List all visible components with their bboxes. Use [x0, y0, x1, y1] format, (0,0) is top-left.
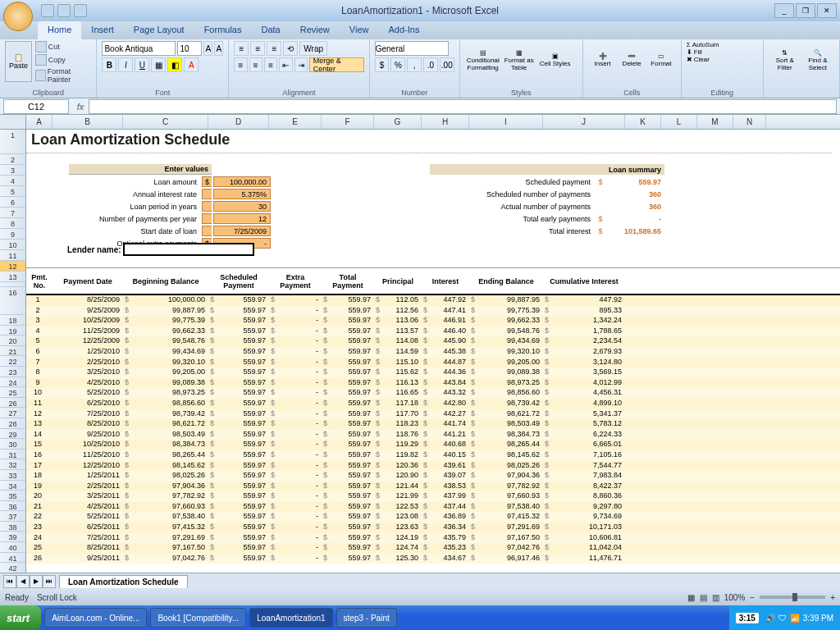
ribbon-tab-view[interactable]: View [340, 21, 379, 39]
row-header[interactable]: 10 [0, 240, 25, 250]
insert-cells-button[interactable]: ➕Insert [588, 41, 618, 79]
zoom-slider[interactable] [760, 596, 825, 599]
minimize-button[interactable]: _ [774, 3, 794, 18]
office-button[interactable] [3, 2, 33, 31]
row-header[interactable]: 22 [0, 356, 25, 367]
increase-decimal-button[interactable]: .0 [423, 57, 438, 72]
row-header[interactable]: 30 [0, 439, 25, 450]
row-header[interactable]: 6 [0, 197, 25, 208]
col-header-J[interactable]: J [543, 115, 625, 129]
ribbon-tab-add-ins[interactable]: Add-Ins [378, 21, 429, 39]
row-header[interactable]: 24 [0, 377, 25, 388]
taskbar-item[interactable]: LoanAmortization1 [249, 608, 332, 628]
zoom-level[interactable]: 100% [724, 593, 746, 602]
table-row[interactable]: 116/25/2010$98,856.60$559.97$-$559.97$11… [26, 399, 840, 409]
tray-icon[interactable]: 🛡 [778, 614, 787, 623]
format-painter-button[interactable]: Format Painter [35, 67, 92, 84]
tab-next-button[interactable]: ▶ [30, 575, 43, 588]
tray-icon[interactable]: 🔊 [765, 614, 775, 623]
table-row[interactable]: 83/25/2010$99,205.00$559.97$-$559.97$115… [26, 368, 840, 378]
zoom-in-button[interactable]: + [830, 593, 835, 602]
fill-color-button[interactable]: ◧ [167, 57, 182, 72]
grow-font-button[interactable]: A [203, 41, 212, 56]
align-bottom-button[interactable]: ≡ [267, 41, 281, 56]
table-row[interactable]: 203/25/2011$97,782.92$559.97$-$559.97$12… [26, 491, 840, 502]
row-header[interactable]: 37 [0, 511, 25, 522]
bold-button[interactable]: B [102, 57, 116, 72]
row-header[interactable]: 9 [0, 229, 25, 240]
row-header[interactable]: 42 [0, 563, 25, 573]
sort-filter-button[interactable]: ⇅Sort & Filter [769, 41, 801, 79]
wrap-text-button[interactable]: Wrap [299, 41, 327, 56]
table-row[interactable]: 1712/25/2010$98,145.62$559.97$-$559.97$1… [26, 461, 840, 472]
sheet-tab[interactable]: Loan Amortization Schedule [59, 575, 188, 588]
font-size-select[interactable] [177, 41, 202, 56]
row-header[interactable]: 8 [0, 218, 25, 229]
table-row[interactable]: 1611/25/2010$98,265.44$559.97$-$559.97$1… [26, 450, 840, 461]
close-button[interactable]: ✕ [817, 3, 837, 18]
qat-redo-icon[interactable] [74, 4, 87, 17]
taskbar-item[interactable]: AimLoan.com - Online... [44, 608, 147, 628]
table-row[interactable]: 214/25/2011$97,660.93$559.97$-$559.97$12… [26, 502, 840, 513]
row-header[interactable]: 40 [0, 542, 25, 553]
align-right-button[interactable]: ≡ [264, 57, 277, 72]
format-cells-button[interactable]: ▭Format [646, 41, 676, 79]
lender-name-input[interactable] [123, 243, 254, 256]
decrease-decimal-button[interactable]: .00 [440, 57, 454, 72]
italic-button[interactable]: I [118, 57, 133, 72]
col-header-B[interactable]: B [52, 115, 123, 129]
comma-button[interactable]: , [407, 57, 422, 72]
align-center-button[interactable]: ≡ [249, 57, 262, 72]
start-button[interactable]: start [0, 605, 41, 630]
autosum-button[interactable]: Σ AutoSum [687, 41, 758, 48]
conditional-formatting-button[interactable]: ▤Conditional Formatting [465, 41, 501, 79]
taskbar-item[interactable]: step3 - Paint [336, 608, 397, 628]
align-left-button[interactable]: ≡ [234, 57, 247, 72]
row-header[interactable]: 25 [0, 387, 25, 398]
tab-prev-button[interactable]: ◀ [16, 575, 30, 588]
table-row[interactable]: 127/25/2010$98,739.42$559.97$-$559.97$11… [26, 409, 840, 420]
tab-last-button[interactable]: ⏭ [43, 575, 56, 588]
ribbon-tab-home[interactable]: Home [38, 21, 81, 39]
row-header[interactable]: 3 [0, 165, 25, 176]
align-middle-button[interactable]: ≡ [250, 41, 265, 56]
table-row[interactable]: 29/25/2009$99,887.95$559.97$-$559.97$112… [26, 306, 840, 317]
col-header-I[interactable]: I [469, 115, 543, 129]
ribbon-tab-formulas[interactable]: Formulas [194, 21, 252, 39]
table-row[interactable]: 192/25/2011$97,904.36$559.97$-$559.97$12… [26, 482, 840, 492]
table-row[interactable]: 105/25/2010$98,973.25$559.97$-$559.97$11… [26, 388, 840, 399]
copy-button[interactable]: Copy [35, 54, 92, 66]
view-layout-icon[interactable]: ▤ [700, 593, 707, 602]
row-header[interactable]: 38 [0, 522, 25, 532]
table-row[interactable]: 72/25/2010$99,320.10$559.97$-$559.97$115… [26, 358, 840, 368]
row-header[interactable]: 13 [0, 272, 25, 282]
ribbon-tab-review[interactable]: Review [290, 21, 340, 39]
table-row[interactable]: 411/25/2009$99,662.33$559.97$-$559.97$11… [26, 326, 840, 337]
table-row[interactable]: 94/25/2010$99,089.38$559.97$-$559.97$116… [26, 378, 840, 389]
row-header[interactable]: 20 [0, 336, 25, 346]
cut-button[interactable]: Cut [35, 41, 92, 52]
row-header[interactable]: 41 [0, 553, 25, 564]
font-name-select[interactable] [102, 41, 176, 56]
row-header[interactable]: 4 [0, 176, 25, 186]
table-row[interactable]: 258/25/2011$97,167.50$559.97$-$559.97$12… [26, 543, 840, 554]
clear-button[interactable]: ✖ Clear [687, 56, 758, 63]
row-header[interactable]: 2 [0, 154, 25, 165]
format-as-table-button[interactable]: ▦Format as Table [501, 41, 537, 79]
table-row[interactable]: 225/25/2011$97,538.40$559.97$-$559.97$12… [26, 512, 840, 523]
row-header[interactable]: 39 [0, 532, 25, 542]
table-row[interactable]: 138/25/2010$98,621.72$559.97$-$559.97$11… [26, 419, 840, 430]
zoom-out-button[interactable]: − [750, 593, 755, 602]
tab-first-button[interactable]: ⏮ [3, 575, 16, 588]
table-row[interactable]: 1510/25/2010$98,384.73$559.97$-$559.97$1… [26, 440, 840, 450]
orientation-button[interactable]: ⟲ [283, 41, 298, 56]
table-row[interactable]: 149/25/2010$98,503.49$559.97$-$559.97$11… [26, 430, 840, 441]
col-header-G[interactable]: G [374, 115, 422, 129]
row-header[interactable]: 5 [0, 186, 25, 197]
row-header[interactable]: 35 [0, 491, 25, 501]
table-row[interactable]: 247/25/2011$97,291.69$559.97$-$559.97$12… [26, 533, 840, 544]
row-header[interactable]: 36 [0, 501, 25, 512]
col-header-K[interactable]: K [625, 115, 661, 129]
col-header-N[interactable]: N [733, 115, 766, 129]
qat-save-icon[interactable] [41, 4, 54, 17]
